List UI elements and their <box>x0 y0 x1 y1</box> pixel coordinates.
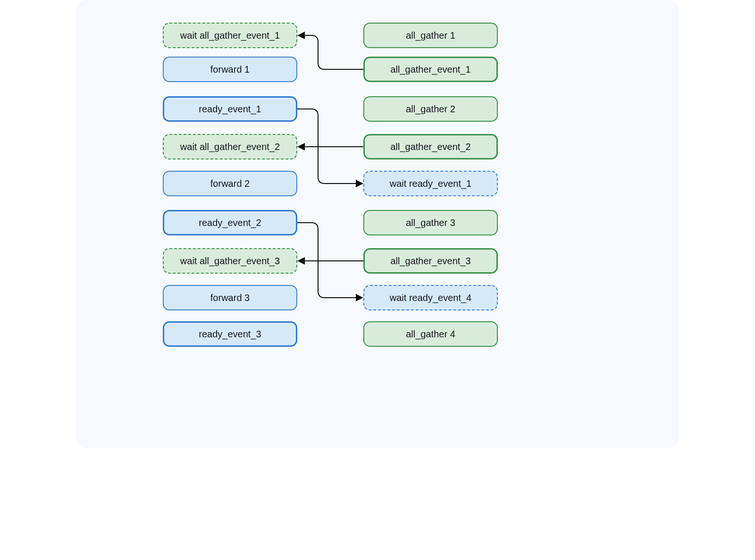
arrow-re1-to-wre1 <box>297 109 361 184</box>
arrow-age1-to-wait-ag1 <box>299 35 363 69</box>
node-ready-event-1: ready_event_1 <box>163 96 297 122</box>
node-label: all_gather_event_2 <box>390 142 470 152</box>
node-wait-all-gather-event-2: wait all_gather_event_2 <box>163 134 297 159</box>
node-label: ready_event_2 <box>199 217 261 228</box>
node-label: wait all_gather_event_3 <box>180 256 280 267</box>
node-forward-2: forward 2 <box>163 171 297 196</box>
node-label: forward 3 <box>210 293 250 303</box>
node-all-gather-2: all_gather 2 <box>363 96 498 122</box>
node-all-gather-event-1: all_gather_event_1 <box>363 57 498 82</box>
node-label: wait ready_event_1 <box>390 178 471 189</box>
node-label: ready_event_1 <box>199 104 261 115</box>
node-wait-ready-event-1: wait ready_event_1 <box>363 171 498 196</box>
node-label: ready_event_3 <box>199 329 261 340</box>
node-label: all_gather 2 <box>406 104 455 115</box>
node-label: all_gather_event_1 <box>390 64 470 75</box>
diagram-canvas: wait all_gather_event_1 forward 1 ready_… <box>76 0 680 448</box>
node-forward-3: forward 3 <box>163 285 297 310</box>
node-label: all_gather 1 <box>406 30 455 41</box>
node-all-gather-event-3: all_gather_event_3 <box>363 248 498 274</box>
node-wait-ready-event-4: wait ready_event_4 <box>363 285 498 310</box>
node-ready-event-2: ready_event_2 <box>163 210 297 235</box>
node-forward-1: forward 1 <box>163 57 297 82</box>
node-all-gather-3: all_gather 3 <box>363 210 498 235</box>
node-wait-all-gather-event-3: wait all_gather_event_3 <box>163 248 297 274</box>
node-all-gather-1: all_gather 1 <box>363 23 498 48</box>
node-label: forward 2 <box>210 178 250 189</box>
node-label: wait all_gather_event_2 <box>180 142 280 152</box>
node-label: wait all_gather_event_1 <box>180 30 280 41</box>
node-wait-all-gather-event-1: wait all_gather_event_1 <box>163 23 297 48</box>
arrow-re2-to-wre4 <box>297 223 361 298</box>
node-label: wait ready_event_4 <box>390 293 471 303</box>
node-ready-event-3: ready_event_3 <box>163 321 297 347</box>
node-all-gather-4: all_gather 4 <box>363 321 498 347</box>
node-label: all_gather 3 <box>406 217 455 228</box>
node-all-gather-event-2: all_gather_event_2 <box>363 134 498 159</box>
node-label: forward 1 <box>210 64 250 75</box>
node-label: all_gather_event_3 <box>390 256 470 267</box>
node-label: all_gather 4 <box>406 329 455 340</box>
